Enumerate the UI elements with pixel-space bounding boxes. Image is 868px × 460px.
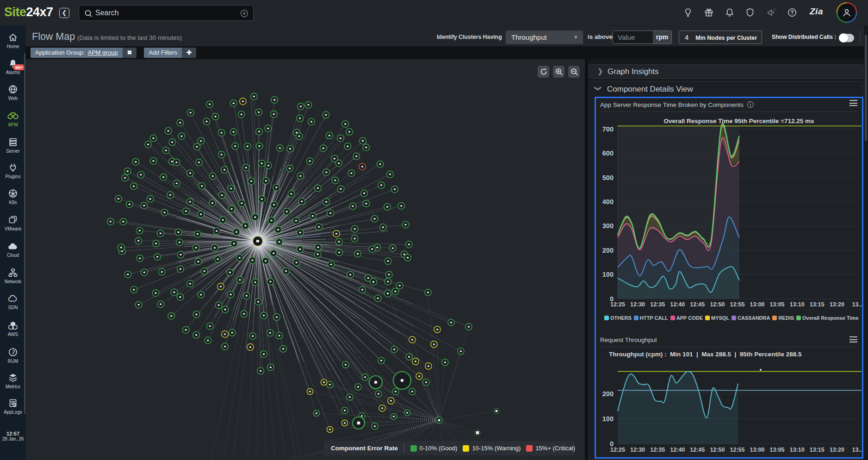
svg-text:12:45: 12:45 xyxy=(690,301,705,308)
svg-text:12:55: 12:55 xyxy=(730,301,745,308)
svg-text:700: 700 xyxy=(602,125,614,133)
svg-text:500: 500 xyxy=(602,174,614,181)
svg-text:13:15: 13:15 xyxy=(810,447,825,453)
svg-text:13:05: 13:05 xyxy=(770,301,785,308)
svg-text:13:20: 13:20 xyxy=(830,301,844,308)
svg-text:12:55: 12:55 xyxy=(730,447,745,453)
svg-text:13:10: 13:10 xyxy=(790,301,805,308)
svg-text:12:50: 12:50 xyxy=(710,447,725,453)
svg-text:12:35: 12:35 xyxy=(650,301,665,308)
svg-text:Overall Response Time 95th Per: Overall Response Time 95th Percentile =7… xyxy=(663,118,814,124)
svg-text:200: 200 xyxy=(602,390,614,398)
svg-text:200: 200 xyxy=(602,247,614,254)
svg-text:12:45: 12:45 xyxy=(690,447,705,453)
svg-text:12:30: 12:30 xyxy=(630,447,645,453)
svg-text:13:05: 13:05 xyxy=(770,447,785,453)
svg-text:12:25: 12:25 xyxy=(610,301,625,308)
svg-text:13:15: 13:15 xyxy=(810,301,825,308)
svg-text:400: 400 xyxy=(602,198,614,205)
svg-text:13:00: 13:00 xyxy=(750,301,765,308)
svg-text:100: 100 xyxy=(602,415,614,423)
svg-text:13:10: 13:10 xyxy=(790,447,805,453)
svg-text:12:40: 12:40 xyxy=(670,447,685,453)
svg-text:12:25: 12:25 xyxy=(610,447,625,453)
svg-text:13:00: 13:00 xyxy=(750,447,765,453)
svg-text:12:30: 12:30 xyxy=(630,301,645,308)
svg-text:12:40: 12:40 xyxy=(670,301,685,308)
svg-text:300: 300 xyxy=(602,222,614,230)
svg-text:100: 100 xyxy=(602,271,614,278)
svg-text:13..: 13.. xyxy=(852,301,862,308)
svg-text:600: 600 xyxy=(602,149,614,157)
svg-text:12:35: 12:35 xyxy=(650,447,665,453)
svg-text:12:50: 12:50 xyxy=(710,301,725,308)
svg-text:13:20: 13:20 xyxy=(830,447,844,453)
svg-text:13..: 13.. xyxy=(852,447,862,453)
